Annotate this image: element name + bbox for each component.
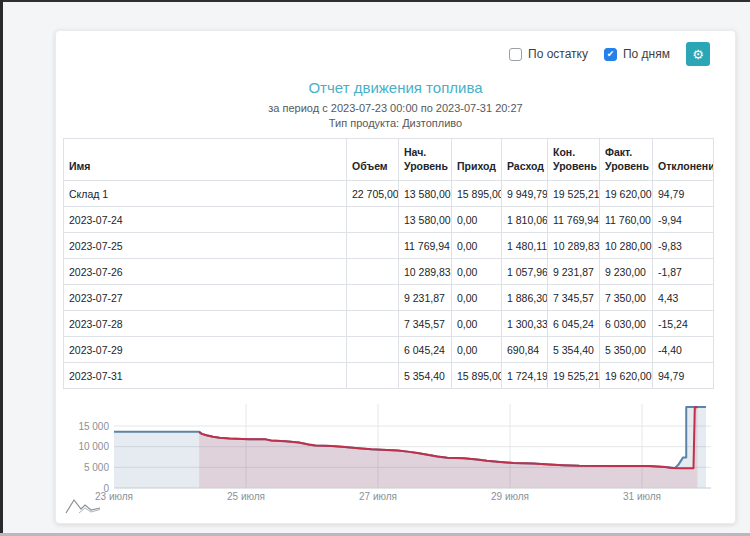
table-cell: 2023-07-25 <box>64 233 347 259</box>
table-cell <box>347 207 399 233</box>
table-cell: 19 620,00 <box>600 363 653 389</box>
table-row: 2023-07-287 345,570,001 300,336 045,246 … <box>64 311 714 337</box>
table-cell: 6 030,00 <box>600 311 653 337</box>
table-cell: -9,83 <box>653 233 714 259</box>
column-header: Факт. Уровень <box>600 139 653 181</box>
page-title: Отчет движения топлива <box>56 79 735 96</box>
table-cell: 2023-07-27 <box>64 285 347 311</box>
table-cell: 11 769,94 <box>548 207 600 233</box>
table-cell: 15 895,00 <box>452 181 502 207</box>
fuel-movement-table: ИмяОбъемНач. УровеньПриходРасходКон. Уро… <box>63 138 714 389</box>
column-header: Приход <box>452 139 502 181</box>
table-cell: 2023-07-24 <box>64 207 347 233</box>
table-cell: 690,84 <box>502 337 548 363</box>
table-cell: 9 230,00 <box>600 259 653 285</box>
by-remainder-checkbox[interactable] <box>509 48 522 61</box>
settings-button[interactable]: ⚙ <box>686 42 710 66</box>
x-axis-tick-label: 31 июля <box>623 491 661 502</box>
fuel-table-container: ИмяОбъемНач. УровеньПриходРасходКон. Уро… <box>63 138 713 389</box>
table-cell: 2023-07-29 <box>64 337 347 363</box>
table-cell: 13 580,00 <box>399 181 452 207</box>
x-axis-tick-label: 25 июля <box>227 491 265 502</box>
table-cell <box>347 233 399 259</box>
table-cell: 10 289,83 <box>399 259 452 285</box>
by-days-checkbox[interactable] <box>604 48 617 61</box>
gear-icon: ⚙ <box>692 47 704 62</box>
table-cell: 2023-07-28 <box>64 311 347 337</box>
table-cell: 9 949,79 <box>502 181 548 207</box>
table-cell <box>347 311 399 337</box>
table-cell: 9 231,87 <box>548 259 600 285</box>
table-header-row: ИмяОбъемНач. УровеньПриходРасходКон. Уро… <box>64 139 714 181</box>
table-cell: -15,24 <box>653 311 714 337</box>
table-cell: 0,00 <box>452 285 502 311</box>
table-cell: 11 760,00 <box>600 207 653 233</box>
x-axis-tick-label: 29 июля <box>491 491 529 502</box>
window-edge-left <box>0 0 3 536</box>
table-cell: 0,00 <box>452 207 502 233</box>
table-cell: 7 350,00 <box>600 285 653 311</box>
table-cell: 0,00 <box>452 233 502 259</box>
table-cell: 1 810,06 <box>502 207 548 233</box>
table-cell: 0,00 <box>452 311 502 337</box>
report-card: По остатку По дням ⚙ Отчет движения топл… <box>55 30 736 524</box>
table-row: 2023-07-279 231,870,001 886,307 345,577 … <box>64 285 714 311</box>
window-edge-top <box>0 0 750 2</box>
table-cell: 6 045,24 <box>399 337 452 363</box>
table-cell: 5 354,40 <box>399 363 452 389</box>
table-row: 2023-07-2413 580,000,001 810,0611 769,94… <box>64 207 714 233</box>
table-cell: -1,87 <box>653 259 714 285</box>
table-cell: 1 057,96 <box>502 259 548 285</box>
table-row: 2023-07-2610 289,830,001 057,969 231,879… <box>64 259 714 285</box>
by-days-group: По дням <box>604 47 670 61</box>
by-days-label[interactable]: По дням <box>623 47 670 61</box>
column-header: Нач. Уровень <box>399 139 452 181</box>
table-cell <box>347 337 399 363</box>
table-cell: 1 480,11 <box>502 233 548 259</box>
table-cell: -4,40 <box>653 337 714 363</box>
report-period: за период с 2023-07-23 00:00 по 2023-07-… <box>56 102 735 114</box>
table-cell: 94,79 <box>653 181 714 207</box>
table-row: 2023-07-2511 769,940,001 480,1110 289,83… <box>64 233 714 259</box>
table-cell: 6 045,24 <box>548 311 600 337</box>
table-cell: 5 350,00 <box>600 337 653 363</box>
table-cell: 22 705,00 <box>347 181 399 207</box>
table-cell: 11 769,94 <box>399 233 452 259</box>
table-cell: 0,00 <box>452 337 502 363</box>
table-cell: 1 724,19 <box>502 363 548 389</box>
table-cell: 13 580,00 <box>399 207 452 233</box>
report-product-type: Тип продукта: Дизтопливо <box>56 117 735 129</box>
report-header: Отчет движения топлива за период с 2023-… <box>56 79 735 129</box>
report-controls: По остатку По дням ⚙ <box>509 42 710 66</box>
table-cell: 2023-07-26 <box>64 259 347 285</box>
table-cell <box>347 285 399 311</box>
table-row: Склад 122 705,0013 580,0015 895,009 949,… <box>64 181 714 207</box>
column-header: Расход <box>502 139 548 181</box>
table-cell: 1 886,30 <box>502 285 548 311</box>
table-cell: 10 289,83 <box>548 233 600 259</box>
table-cell: 4,43 <box>653 285 714 311</box>
table-cell: Склад 1 <box>64 181 347 207</box>
table-cell: 1 300,33 <box>502 311 548 337</box>
column-header: Объем <box>347 139 399 181</box>
y-axis-tick-label: 10 000 <box>78 441 109 452</box>
table-cell: 5 354,40 <box>548 337 600 363</box>
table-row: 2023-07-296 045,240,00690,845 354,405 35… <box>64 337 714 363</box>
x-axis-tick-label: 27 июля <box>359 491 397 502</box>
table-cell: -9,94 <box>653 207 714 233</box>
table-row: 2023-07-315 354,4015 895,001 724,1919 52… <box>64 363 714 389</box>
table-cell: 2023-07-31 <box>64 363 347 389</box>
column-header: Отклонение <box>653 139 714 181</box>
table-cell <box>347 259 399 285</box>
table-cell: 9 231,87 <box>399 285 452 311</box>
x-axis-tick-label: 23 июля <box>95 491 133 502</box>
fuel-level-chart[interactable]: 05 00010 00015 00023 июля25 июля27 июля2… <box>63 396 713 518</box>
table-cell: 19 525,21 <box>548 363 600 389</box>
column-header: Имя <box>64 139 347 181</box>
table-cell: 19 525,21 <box>548 181 600 207</box>
table-cell: 10 280,00 <box>600 233 653 259</box>
series-area <box>199 407 697 488</box>
by-remainder-label[interactable]: По остатку <box>528 47 588 61</box>
table-cell: 15 895,00 <box>452 363 502 389</box>
table-cell: 94,79 <box>653 363 714 389</box>
